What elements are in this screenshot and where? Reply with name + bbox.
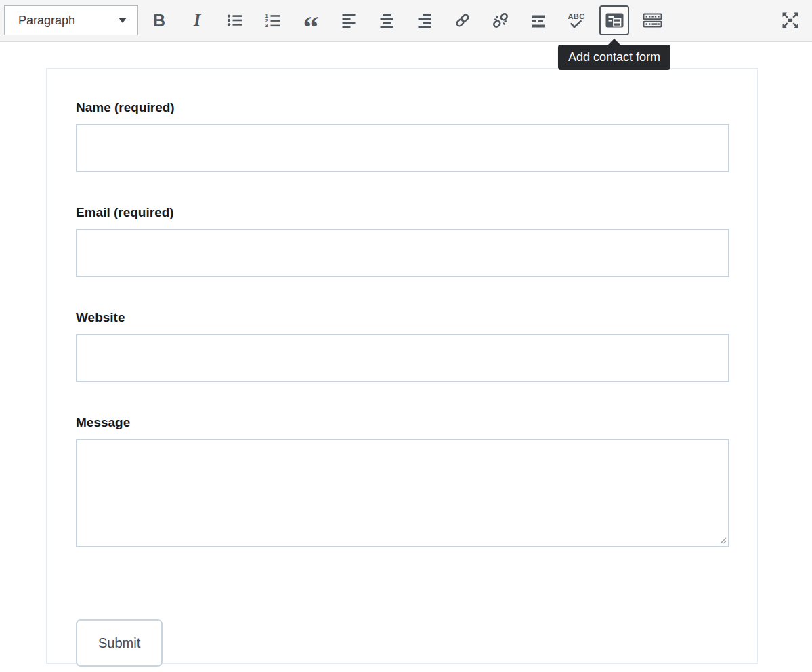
email-input[interactable] — [76, 229, 729, 277]
field-group-message: Message — [76, 415, 757, 547]
insert-link-button[interactable] — [449, 7, 476, 34]
toolbar-toggle-button[interactable] — [639, 7, 666, 34]
field-group-email: Email (required) — [76, 205, 757, 277]
field-group-website: Website — [76, 310, 757, 382]
caret-down-icon — [119, 18, 127, 23]
align-left-icon — [340, 12, 358, 28]
name-field-label: Name (required) — [76, 100, 757, 115]
email-field-label: Email (required) — [76, 205, 757, 220]
name-input[interactable] — [76, 124, 729, 172]
remove-link-button[interactable] — [487, 7, 514, 34]
contact-form-preview: Name (required) Email (required) Website… — [46, 68, 758, 664]
submit-button[interactable]: Submit — [76, 619, 163, 667]
format-select-value: Paragraph — [18, 14, 75, 28]
fullscreen-icon — [779, 9, 801, 31]
svg-text:3: 3 — [265, 22, 268, 28]
message-textarea[interactable] — [76, 439, 729, 547]
bold-icon: B — [153, 11, 165, 30]
website-field-label: Website — [76, 310, 757, 325]
bulleted-list-icon — [226, 14, 244, 27]
spellcheck-button[interactable]: ABC — [563, 7, 590, 34]
more-tag-icon — [530, 13, 547, 28]
numbered-list-icon: 1 2 3 — [264, 13, 282, 28]
keyboard-icon — [643, 13, 662, 28]
textarea-resize-handle[interactable] — [719, 536, 727, 544]
align-center-button[interactable] — [373, 7, 400, 34]
blockquote-button[interactable]: “ — [297, 7, 324, 34]
link-icon — [453, 11, 472, 30]
add-contact-form-tooltip: Add contact form — [558, 45, 670, 70]
align-center-icon — [378, 12, 396, 28]
broken-link-icon — [491, 11, 510, 30]
bold-button[interactable]: B — [146, 7, 173, 34]
spellcheck-icon: ABC — [568, 12, 584, 28]
fullscreen-button[interactable] — [777, 7, 804, 34]
website-input[interactable] — [76, 334, 729, 382]
field-group-name: Name (required) — [76, 100, 757, 172]
contact-form-icon — [605, 13, 624, 28]
editor-content-area[interactable]: Name (required) Email (required) Website… — [0, 42, 812, 672]
blockquote-icon: “ — [303, 24, 319, 31]
paragraph-format-select[interactable]: Paragraph — [4, 5, 138, 35]
italic-button[interactable]: I — [184, 7, 211, 34]
bulleted-list-button[interactable] — [221, 7, 249, 34]
editor-toolbar: Paragraph B I 1 2 3 “ — [0, 0, 812, 42]
numbered-list-button[interactable]: 1 2 3 — [259, 7, 286, 34]
insert-more-tag-button[interactable] — [525, 7, 552, 34]
italic-icon: I — [194, 10, 200, 30]
message-textarea-wrap — [76, 439, 729, 547]
tooltip-text: Add contact form — [568, 50, 660, 64]
align-right-button[interactable] — [411, 7, 438, 34]
align-right-icon — [416, 12, 433, 28]
message-field-label: Message — [76, 415, 757, 430]
align-left-button[interactable] — [335, 7, 362, 34]
add-contact-form-button[interactable] — [599, 5, 629, 35]
